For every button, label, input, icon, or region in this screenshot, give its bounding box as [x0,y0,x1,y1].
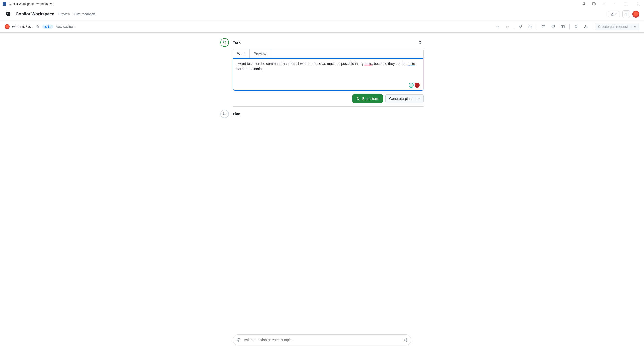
toolbar-separator [592,24,592,29]
branch-badge[interactable]: main [42,25,53,29]
svg-rect-10 [625,3,627,5]
repo-owner[interactable]: wmeints [12,25,25,29]
terminal-button[interactable] [540,23,548,30]
toolbar-separator [514,24,514,29]
svg-line-1 [585,4,586,5]
repo-breadcrumb[interactable]: wmeints / eva [12,25,34,29]
ask-input[interactable] [244,338,400,342]
generate-plan-label: Generate plan [389,97,412,101]
assist-indicator-icon[interactable] [409,83,414,88]
record-indicator-icon[interactable] [415,83,420,88]
repo-name[interactable]: eva [28,25,34,29]
create-pull-request-button[interactable]: Create pull request [595,23,639,30]
hamburger-menu-button[interactable] [622,10,630,18]
more-icon[interactable] [599,0,608,8]
preview-badge: Preview [58,12,70,16]
create-pull-request-label: Create pull request [598,25,628,29]
svg-point-30 [223,114,224,115]
give-feedback-link[interactable]: Give feedback [74,12,95,16]
generate-plan-button[interactable]: Generate plan [385,94,424,103]
svg-rect-17 [37,26,38,28]
plan-node-icon [220,110,229,118]
tab-write[interactable]: Write [233,49,250,58]
lock-icon [36,25,39,28]
task-actions: Brainstorm Generate plan [233,94,424,103]
ask-bar[interactable] [233,334,411,345]
svg-point-34 [238,339,239,339]
redo-button[interactable] [503,23,511,30]
svg-rect-4 [592,3,595,5]
task-text-content[interactable]: I want tests for the command handlers. I… [236,61,420,76]
editor-indicators [409,83,420,88]
tab-preview[interactable]: Preview [250,49,270,58]
task-editor[interactable]: I want tests for the command handlers. I… [233,58,424,91]
copilot-logo-icon [5,11,12,18]
chevron-down-icon[interactable] [631,25,636,28]
repo-owner-avatar [5,24,10,29]
plan-section-header: Plan [220,107,424,120]
task-section-header: Task [220,35,424,49]
codespaces-button[interactable] [549,23,557,30]
toolbar-separator [537,24,537,29]
experiments-button[interactable]: 3 [608,11,620,17]
collapse-button[interactable] [417,39,424,46]
svg-rect-21 [552,25,554,27]
window-title: Copilot Workspace - wmeints/eva [9,2,53,6]
window-minimize-button[interactable] [608,0,620,8]
task-node-icon [220,38,229,47]
share-button[interactable] [582,23,590,30]
brainstorm-label: Brainstorm [362,97,379,101]
window-close-button[interactable] [631,0,643,8]
task-tabs: Write Preview [233,49,423,58]
experiments-count: 3 [615,12,617,16]
toolbar-separator [569,24,570,29]
main-content: Task Write Preview I want tests for the … [0,33,644,350]
user-avatar[interactable] [632,11,639,18]
svg-point-7 [603,4,604,4]
svg-rect-24 [561,25,562,28]
app-window-icon [3,2,6,6]
task-section-title: Task [233,40,413,45]
save-status: Auto saving... [56,25,76,28]
plan-section-title: Plan [233,112,424,116]
svg-rect-25 [563,25,564,28]
svg-point-28 [223,113,224,113]
svg-point-26 [223,41,226,44]
zoom-icon[interactable] [580,0,589,8]
repo-toolbar: wmeints / eva main Auto saving... [0,21,644,33]
window-titlebar: Copilot Workspace - wmeints/eva [0,0,644,8]
task-card: Write Preview I want tests for the comma… [233,49,424,91]
brainstorm-button[interactable]: Brainstorm [352,94,383,103]
text-cursor [263,67,263,71]
idea-button[interactable] [517,23,525,30]
brand-title: Copilot Workspace [16,12,54,17]
bookmark-button[interactable] [572,23,580,30]
files-button[interactable] [526,23,534,30]
send-icon[interactable] [403,338,407,342]
svg-point-8 [604,4,605,4]
svg-point-6 [602,4,602,4]
diff-button[interactable] [559,23,567,30]
window-maximize-button[interactable] [620,0,631,8]
info-icon[interactable] [237,338,241,342]
panel-toggle-icon[interactable] [589,0,599,8]
chevron-down-icon[interactable] [415,97,420,100]
app-header: Copilot Workspace Preview Give feedback … [0,8,644,21]
svg-rect-19 [542,25,545,28]
undo-button[interactable] [494,23,502,30]
